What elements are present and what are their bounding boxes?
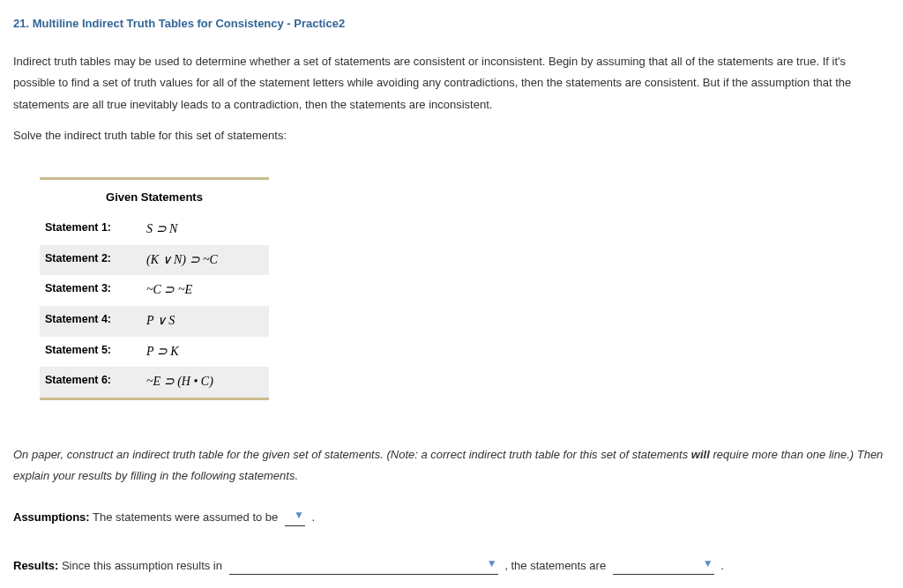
statement-row: Statement 3: ~C ⊃ ~E: [40, 275, 269, 306]
statement-expression: P ⊃ K: [146, 340, 179, 364]
statement-row: Statement 1: S ⊃ N: [40, 214, 269, 245]
statement-label: Statement 5:: [45, 340, 146, 364]
statement-label: Statement 3:: [45, 279, 146, 302]
statement-label: Statement 6:: [45, 370, 146, 394]
results-dropdown-2[interactable]: ▼: [613, 554, 714, 575]
solve-instruction: Solve the indirect truth table for this …: [13, 125, 890, 147]
statement-row: Statement 4: P ∨ S: [40, 306, 269, 337]
statement-expression: P ∨ S: [146, 309, 175, 333]
results-text-a: Since this assumption results in: [58, 560, 225, 573]
statement-label: Statement 4:: [45, 309, 146, 333]
statements-header: Given Statements: [40, 180, 269, 214]
statement-expression: S ⊃ N: [146, 218, 177, 242]
assumptions-line: Assumptions: The statements were assumed…: [13, 505, 890, 529]
statement-expression: ~C ⊃ ~E: [146, 279, 192, 302]
statement-label: Statement 2:: [45, 249, 146, 272]
note-text-bold: will: [691, 448, 710, 461]
results-dropdown-1[interactable]: ▼: [229, 554, 498, 575]
page-title: 21. Multiline Indirect Truth Tables for …: [13, 13, 890, 35]
paper-note: On paper, construct an indirect truth ta…: [13, 444, 890, 488]
intro-paragraph: Indirect truth tables may be used to det…: [13, 51, 890, 116]
results-label: Results:: [13, 560, 58, 573]
results-line: Results: Since this assumption results i…: [13, 554, 890, 577]
assumptions-period: .: [309, 510, 315, 524]
statement-row: Statement 2: (K ∨ N) ⊃ ~C: [40, 245, 269, 276]
dropdown-value: [233, 558, 483, 570]
chevron-down-icon: ▼: [703, 554, 713, 574]
statement-label: Statement 1:: [45, 218, 146, 242]
statement-expression: ~E ⊃ (H • C): [146, 370, 213, 394]
divider-bottom: [40, 398, 269, 400]
assumptions-label: Assumptions:: [13, 510, 90, 524]
statement-expression: (K ∨ N) ⊃ ~C: [146, 249, 218, 272]
dropdown-value: [616, 558, 699, 570]
chevron-down-icon: ▼: [294, 505, 304, 525]
chevron-down-icon: ▼: [487, 554, 497, 574]
note-text-pre: On paper, construct an indirect truth ta…: [13, 448, 691, 461]
statement-row: Statement 6: ~E ⊃ (H • C): [40, 367, 269, 398]
results-period: .: [718, 560, 724, 573]
assumptions-dropdown[interactable]: ▼: [285, 505, 305, 526]
statements-panel: Given Statements Statement 1: S ⊃ N Stat…: [40, 177, 269, 399]
dropdown-value: [288, 509, 290, 521]
assumptions-text: The statements were assumed to be: [90, 510, 281, 524]
results-text-b: , the statements are: [502, 560, 609, 573]
statement-row: Statement 5: P ⊃ K: [40, 337, 269, 368]
